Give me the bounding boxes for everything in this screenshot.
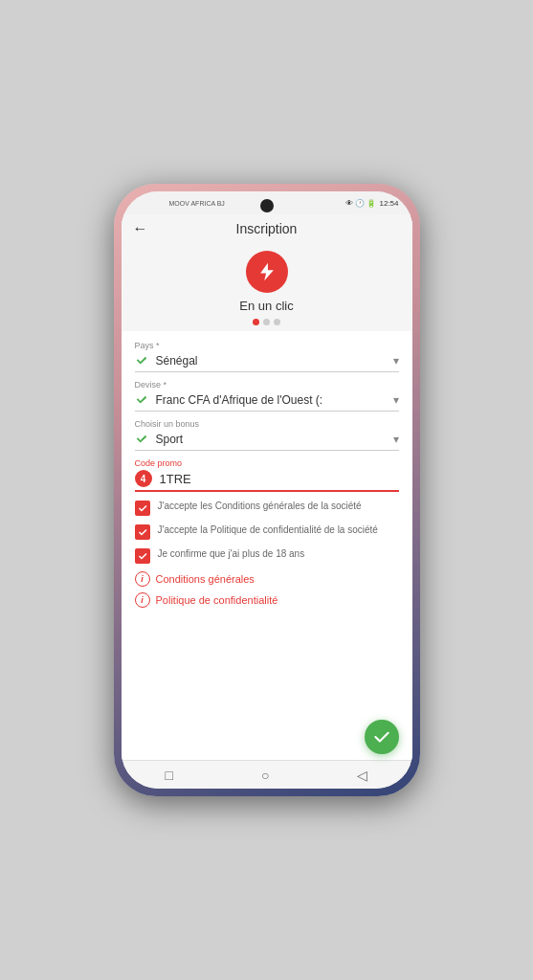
country-row[interactable]: Sénégal ▾ [135, 352, 399, 372]
page-title: Inscription [236, 221, 298, 236]
status-time: 12:54 [379, 199, 398, 208]
hero-section: En un clic [122, 241, 412, 331]
nav-circle-button[interactable]: ○ [261, 768, 269, 783]
phone-screen: MOOV AFRICA BJ 👁 🕐 🔋 12:54 ← Inscription [122, 191, 412, 789]
conditions-link-row[interactable]: i Conditions générales [135, 571, 399, 587]
hero-icon-container [246, 251, 288, 293]
privacy-text: J'accepte la Politique de confidentialit… [158, 523, 378, 537]
currency-label: Devise * [135, 380, 399, 390]
bonus-value: Sport [156, 433, 393, 446]
registration-form: Pays * Sénégal ▾ Devise * [122, 331, 412, 760]
promo-row[interactable]: 4 1TRE [135, 470, 399, 492]
bonus-label: Choisir un bonus [135, 419, 399, 429]
country-label: Pays * [135, 341, 399, 350]
checkmark-cgv-icon [138, 503, 147, 513]
bottom-navigation: □ ○ ◁ [122, 760, 412, 789]
country-value: Sénégal [156, 354, 393, 368]
promo-badge: 4 [135, 470, 152, 487]
nav-back-button[interactable]: ◁ [357, 768, 367, 783]
promo-field-group: Code promo 4 1TRE [135, 458, 399, 492]
conditions-info-icon: i [135, 571, 150, 587]
lightning-icon [256, 261, 278, 282]
checkmark-age-icon [138, 551, 147, 561]
conditions-link[interactable]: Conditions générales [156, 573, 255, 585]
country-check-icon [135, 354, 148, 368]
currency-value: Franc CFA d'Afrique de l'Ouest (: [156, 393, 393, 407]
country-chevron-icon: ▾ [393, 354, 399, 368]
checkmark-privacy-icon [138, 527, 147, 537]
checkbox-privacy[interactable] [135, 524, 150, 540]
carrier-label: MOOV AFRICA BJ [169, 200, 225, 207]
top-navigation: ← Inscription [122, 214, 412, 241]
promo-input[interactable]: 1TRE [160, 472, 399, 486]
phone-frame: MOOV AFRICA BJ 👁 🕐 🔋 12:54 ← Inscription [114, 184, 420, 796]
dot-3 [274, 319, 280, 325]
age-text: Je confirme que j'ai plus de 18 ans [158, 547, 305, 561]
hero-label: En un clic [239, 299, 293, 313]
bonus-row[interactable]: Sport ▾ [135, 431, 399, 451]
nav-square-button[interactable]: □ [166, 768, 173, 783]
bonus-check-icon [135, 433, 148, 446]
checkbox-privacy-row[interactable]: J'accepte la Politique de confidentialit… [135, 523, 399, 540]
bonus-chevron-icon: ▾ [393, 433, 399, 446]
dot-1 [253, 319, 259, 325]
checkboxes-group: J'accepte les Conditions générales de la… [135, 500, 399, 564]
promo-label: Code promo [135, 458, 399, 468]
camera-notch [260, 199, 274, 212]
dot-2 [263, 319, 270, 325]
cgv-text: J'accepte les Conditions générales de la… [158, 500, 362, 513]
country-field-group: Pays * Sénégal ▾ [135, 341, 399, 372]
status-right: 👁 🕐 🔋 12:54 [345, 199, 398, 208]
confirm-fab[interactable] [365, 720, 399, 754]
checkbox-cgv[interactable] [135, 501, 150, 516]
confirm-checkmark-icon [372, 727, 391, 746]
privacy-info-icon: i [135, 592, 150, 608]
bonus-field-group: Choisir un bonus Sport ▾ [135, 419, 399, 451]
progress-dots [253, 319, 280, 325]
privacy-link-row[interactable]: i Politique de confidentialité [135, 592, 399, 608]
screen-content: ← Inscription En un clic [122, 214, 412, 760]
checkbox-age-row[interactable]: Je confirme que j'ai plus de 18 ans [135, 547, 399, 564]
status-icons: 👁 🕐 🔋 [345, 199, 376, 208]
currency-check-icon [135, 393, 148, 407]
back-button[interactable]: ← [133, 220, 148, 237]
currency-row[interactable]: Franc CFA d'Afrique de l'Ouest (: ▾ [135, 391, 399, 412]
currency-chevron-icon: ▾ [393, 393, 399, 407]
checkbox-age[interactable] [135, 548, 150, 564]
privacy-link[interactable]: Politique de confidentialité [156, 594, 278, 606]
currency-field-group: Devise * Franc CFA d'Afrique de l'Ouest … [135, 380, 399, 412]
checkbox-cgv-row[interactable]: J'accepte les Conditions générales de la… [135, 500, 399, 516]
